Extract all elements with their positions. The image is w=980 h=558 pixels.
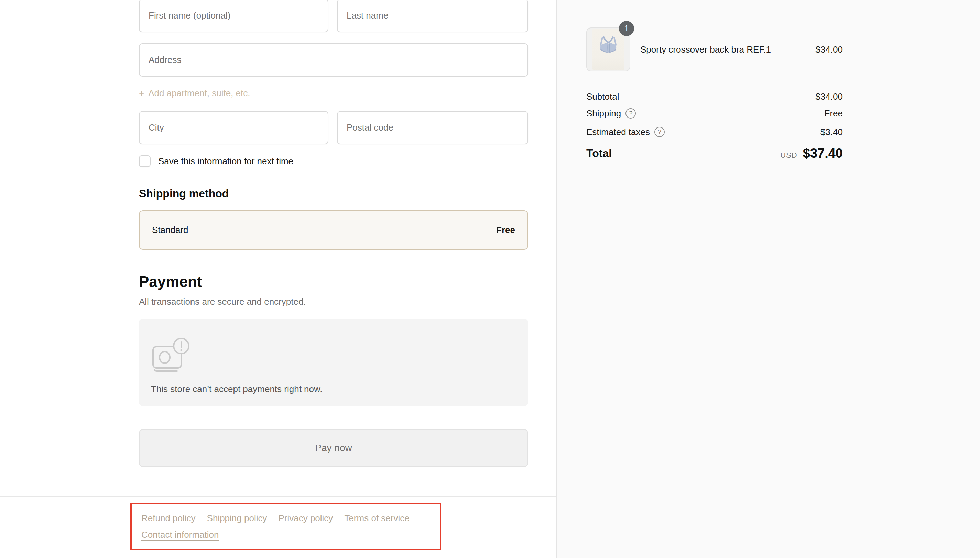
total-label: Total: [586, 147, 612, 160]
save-info-row: Save this information for next time: [139, 155, 293, 167]
product-title: Sporty crossover back bra REF.1: [640, 44, 815, 55]
first-name-field[interactable]: [139, 0, 328, 32]
shipping-value: Free: [825, 108, 843, 119]
plus-icon: +: [139, 88, 144, 98]
shipping-row: Shipping ? Free: [586, 107, 843, 120]
shipping-method-heading: Shipping method: [139, 187, 229, 200]
checkout-form-pane: + Add apartment, suite, etc. Save this i…: [0, 0, 556, 558]
add-apartment-label: Add apartment, suite, etc.: [148, 88, 250, 98]
checkout-page: + Add apartment, suite, etc. Save this i…: [0, 0, 980, 558]
city-postal-row: [139, 111, 528, 144]
total-row: Total USD $37.40: [586, 144, 843, 162]
city-field[interactable]: [139, 111, 328, 144]
payment-subtitle: All transactions are secure and encrypte…: [139, 297, 306, 307]
currency-code: USD: [780, 151, 797, 160]
address-row: [139, 43, 528, 77]
shipping-option-name: Standard: [152, 225, 188, 235]
name-row: [139, 0, 528, 32]
save-info-checkbox[interactable]: [139, 155, 151, 167]
annotation-box: Refund policy Shipping policy Privacy po…: [130, 503, 441, 550]
shipping-option-standard[interactable]: Standard Free: [139, 210, 528, 250]
add-apartment-link[interactable]: + Add apartment, suite, etc.: [139, 88, 250, 98]
pay-now-label: Pay now: [315, 443, 352, 453]
payment-unavailable-box: This store can’t accept payments right n…: [139, 318, 528, 406]
payment-unavailable-text: This store can’t accept payments right n…: [151, 384, 322, 394]
subtotal-row: Subtotal $34.00: [586, 90, 843, 103]
footer-divider: [0, 496, 556, 497]
footer-link-refund-policy[interactable]: Refund policy: [141, 513, 196, 524]
taxes-row: Estimated taxes ? $3.40: [586, 126, 843, 138]
product-thumbnail: 1: [586, 28, 630, 71]
help-icon[interactable]: ?: [654, 127, 665, 137]
payment-error-icon: [150, 336, 191, 374]
shipping-label: Shipping: [586, 108, 621, 119]
footer-link-terms-of-service[interactable]: Terms of service: [344, 513, 409, 524]
payment-heading: Payment: [139, 273, 202, 290]
footer-link-contact-information[interactable]: Contact information: [141, 529, 219, 540]
pay-now-button[interactable]: Pay now: [139, 429, 528, 467]
taxes-value: $3.40: [821, 127, 843, 138]
cart-line-item: 1 Sporty crossover back bra REF.1 $34.00: [586, 28, 843, 71]
taxes-label: Estimated taxes: [586, 127, 650, 138]
subtotal-value: $34.00: [815, 91, 843, 102]
product-price: $34.00: [815, 44, 843, 55]
bra-image: [592, 34, 624, 66]
help-icon[interactable]: ?: [625, 108, 636, 118]
shipping-option-price: Free: [496, 225, 515, 235]
address-field[interactable]: [139, 43, 528, 77]
order-summary-pane: 1 Sporty crossover back bra REF.1 $34.00…: [556, 0, 980, 558]
last-name-field[interactable]: [337, 0, 528, 32]
quantity-badge: 1: [619, 21, 634, 36]
postal-code-field[interactable]: [337, 111, 528, 144]
total-value: $37.40: [803, 146, 843, 161]
save-info-label: Save this information for next time: [158, 156, 293, 167]
footer-link-privacy-policy[interactable]: Privacy policy: [278, 513, 333, 524]
footer-link-shipping-policy[interactable]: Shipping policy: [207, 513, 267, 524]
subtotal-label: Subtotal: [586, 91, 619, 102]
